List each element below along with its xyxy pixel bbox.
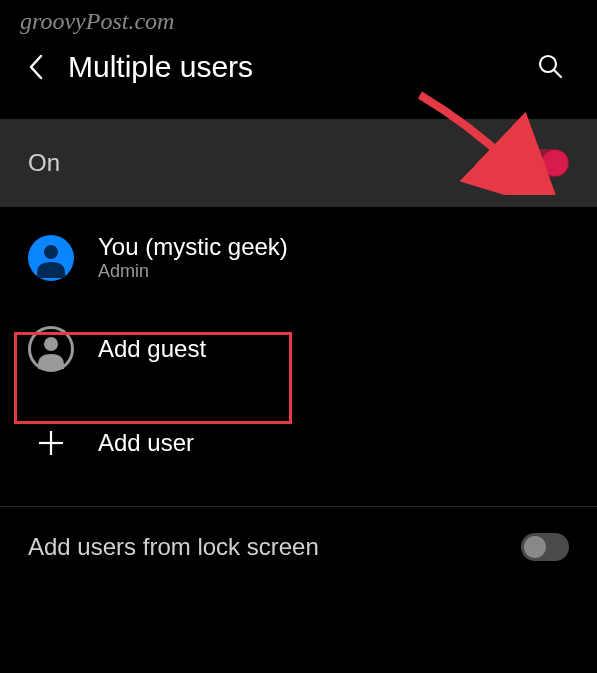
guest-avatar-icon <box>28 326 74 372</box>
lockscreen-row: Add users from lock screen <box>0 511 597 583</box>
svg-point-2 <box>44 245 58 259</box>
add-guest-label: Add guest <box>98 335 206 363</box>
svg-point-3 <box>44 337 58 351</box>
add-user-label: Add user <box>98 429 194 457</box>
plus-icon <box>28 420 74 466</box>
user-name: You (mystic geek) <box>98 233 288 261</box>
user-role: Admin <box>98 261 288 282</box>
main-toggle-row: On <box>0 119 597 207</box>
add-user-item[interactable]: Add user <box>0 398 597 488</box>
search-icon[interactable] <box>537 53 565 81</box>
lockscreen-toggle[interactable] <box>521 533 569 561</box>
main-toggle-label: On <box>28 149 60 177</box>
lockscreen-label: Add users from lock screen <box>28 533 319 561</box>
page-title: Multiple users <box>68 50 517 84</box>
user-avatar-icon <box>28 235 74 281</box>
watermark-text: groovyPost.com <box>20 8 174 35</box>
user-item-you[interactable]: You (mystic geek) Admin <box>0 215 597 300</box>
divider <box>0 506 597 507</box>
main-toggle[interactable] <box>521 149 569 177</box>
back-icon[interactable] <box>24 55 48 79</box>
add-guest-item[interactable]: Add guest <box>0 300 597 398</box>
svg-line-1 <box>554 70 561 77</box>
user-list: You (mystic geek) Admin Add guest Add us… <box>0 207 597 488</box>
